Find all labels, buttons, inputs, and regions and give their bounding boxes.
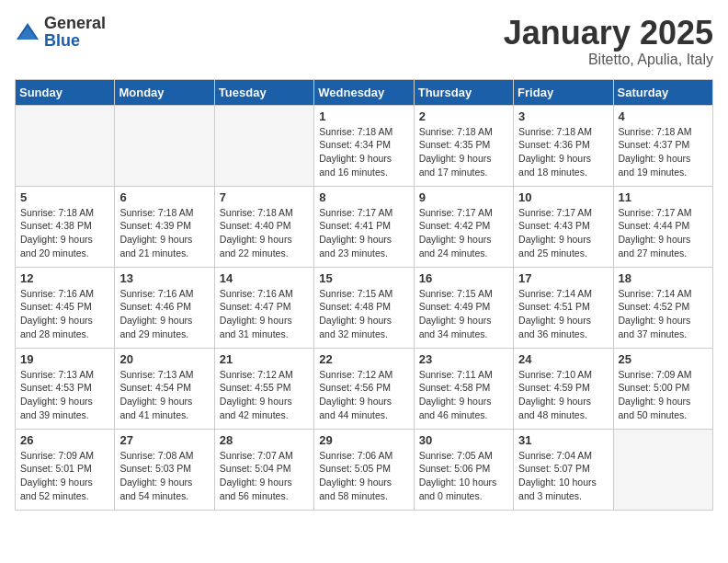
day-number: 2 — [419, 109, 508, 123]
calendar-cell: 23Sunrise: 7:11 AM Sunset: 4:58 PM Dayli… — [414, 348, 513, 429]
day-number: 23 — [419, 352, 508, 366]
day-number: 18 — [619, 271, 708, 285]
day-number: 19 — [20, 352, 109, 366]
day-number: 4 — [619, 109, 708, 123]
day-number: 24 — [518, 352, 608, 366]
calendar-cell: 27Sunrise: 7:08 AM Sunset: 5:03 PM Dayli… — [115, 429, 214, 510]
day-number: 16 — [419, 271, 508, 285]
day-number: 10 — [518, 190, 608, 204]
calendar-cell: 5Sunrise: 7:18 AM Sunset: 4:38 PM Daylig… — [16, 186, 115, 267]
day-number: 14 — [220, 271, 309, 285]
day-info: Sunrise: 7:18 AM Sunset: 4:39 PM Dayligh… — [119, 206, 209, 260]
calendar-cell: 3Sunrise: 7:18 AM Sunset: 4:36 PM Daylig… — [514, 105, 613, 186]
day-number: 17 — [518, 271, 608, 285]
day-number: 6 — [119, 190, 209, 204]
day-info: Sunrise: 7:09 AM Sunset: 5:01 PM Dayligh… — [20, 449, 109, 503]
calendar-cell: 2Sunrise: 7:18 AM Sunset: 4:35 PM Daylig… — [414, 105, 513, 186]
location-title: Bitetto, Apulia, Italy — [504, 52, 713, 68]
day-number: 22 — [319, 352, 408, 366]
title-area: January 2025 Bitetto, Apulia, Italy — [504, 15, 713, 68]
day-info: Sunrise: 7:18 AM Sunset: 4:35 PM Dayligh… — [419, 125, 508, 179]
calendar-cell: 13Sunrise: 7:16 AM Sunset: 4:46 PM Dayli… — [115, 267, 214, 348]
month-title: January 2025 — [504, 15, 713, 52]
day-info: Sunrise: 7:14 AM Sunset: 4:52 PM Dayligh… — [619, 287, 708, 341]
day-number: 11 — [619, 190, 708, 204]
day-info: Sunrise: 7:17 AM Sunset: 4:42 PM Dayligh… — [419, 206, 508, 260]
calendar-cell: 31Sunrise: 7:04 AM Sunset: 5:07 PM Dayli… — [514, 429, 613, 510]
week-row-5: 26Sunrise: 7:09 AM Sunset: 5:01 PM Dayli… — [16, 429, 713, 510]
day-info: Sunrise: 7:13 AM Sunset: 4:54 PM Dayligh… — [119, 368, 209, 422]
day-info: Sunrise: 7:17 AM Sunset: 4:43 PM Dayligh… — [518, 206, 608, 260]
day-number: 31 — [518, 433, 608, 447]
day-number: 15 — [319, 271, 408, 285]
day-number: 29 — [319, 433, 408, 447]
weekday-header-friday: Friday — [514, 79, 613, 105]
day-info: Sunrise: 7:06 AM Sunset: 5:05 PM Dayligh… — [319, 449, 408, 503]
day-number: 12 — [20, 271, 109, 285]
calendar-cell: 17Sunrise: 7:14 AM Sunset: 4:51 PM Dayli… — [514, 267, 613, 348]
calendar-cell: 8Sunrise: 7:17 AM Sunset: 4:41 PM Daylig… — [314, 186, 414, 267]
calendar-cell: 9Sunrise: 7:17 AM Sunset: 4:42 PM Daylig… — [414, 186, 513, 267]
logo-text-blue: Blue — [44, 31, 80, 50]
calendar-cell: 30Sunrise: 7:05 AM Sunset: 5:06 PM Dayli… — [414, 429, 513, 510]
calendar-cell: 18Sunrise: 7:14 AM Sunset: 4:52 PM Dayli… — [613, 267, 712, 348]
calendar-cell: 7Sunrise: 7:18 AM Sunset: 4:40 PM Daylig… — [214, 186, 313, 267]
day-number: 30 — [419, 433, 508, 447]
calendar-cell: 25Sunrise: 7:09 AM Sunset: 5:00 PM Dayli… — [613, 348, 712, 429]
day-info: Sunrise: 7:18 AM Sunset: 4:36 PM Dayligh… — [518, 125, 608, 179]
calendar-cell — [115, 105, 214, 186]
day-number: 21 — [220, 352, 309, 366]
calendar-table: SundayMondayTuesdayWednesdayThursdayFrid… — [15, 79, 713, 511]
logo-icon — [15, 19, 40, 45]
day-number: 5 — [20, 190, 109, 204]
day-info: Sunrise: 7:13 AM Sunset: 4:53 PM Dayligh… — [20, 368, 109, 422]
calendar-cell: 12Sunrise: 7:16 AM Sunset: 4:45 PM Dayli… — [16, 267, 115, 348]
week-row-2: 5Sunrise: 7:18 AM Sunset: 4:38 PM Daylig… — [16, 186, 713, 267]
day-info: Sunrise: 7:15 AM Sunset: 4:48 PM Dayligh… — [319, 287, 408, 341]
day-info: Sunrise: 7:15 AM Sunset: 4:49 PM Dayligh… — [419, 287, 508, 341]
week-row-4: 19Sunrise: 7:13 AM Sunset: 4:53 PM Dayli… — [16, 348, 713, 429]
calendar-cell: 4Sunrise: 7:18 AM Sunset: 4:37 PM Daylig… — [613, 105, 712, 186]
calendar-cell: 1Sunrise: 7:18 AM Sunset: 4:34 PM Daylig… — [314, 105, 414, 186]
weekday-header-sunday: Sunday — [16, 79, 115, 105]
day-info: Sunrise: 7:17 AM Sunset: 4:44 PM Dayligh… — [619, 206, 708, 260]
calendar-cell: 14Sunrise: 7:16 AM Sunset: 4:47 PM Dayli… — [214, 267, 313, 348]
day-info: Sunrise: 7:16 AM Sunset: 4:45 PM Dayligh… — [20, 287, 109, 341]
calendar-cell: 10Sunrise: 7:17 AM Sunset: 4:43 PM Dayli… — [514, 186, 613, 267]
day-info: Sunrise: 7:05 AM Sunset: 5:06 PM Dayligh… — [419, 449, 508, 503]
logo: General Blue — [15, 15, 106, 50]
logo-text-general: General — [44, 14, 106, 32]
day-number: 13 — [119, 271, 209, 285]
day-info: Sunrise: 7:16 AM Sunset: 4:46 PM Dayligh… — [119, 287, 209, 341]
day-number: 26 — [20, 433, 109, 447]
calendar-cell — [16, 105, 115, 186]
day-number: 7 — [220, 190, 309, 204]
day-info: Sunrise: 7:18 AM Sunset: 4:38 PM Dayligh… — [20, 206, 109, 260]
day-info: Sunrise: 7:18 AM Sunset: 4:37 PM Dayligh… — [619, 125, 708, 179]
day-info: Sunrise: 7:07 AM Sunset: 5:04 PM Dayligh… — [220, 449, 309, 503]
weekday-header-thursday: Thursday — [414, 79, 513, 105]
weekday-header-monday: Monday — [115, 79, 214, 105]
day-number: 25 — [619, 352, 708, 366]
calendar-cell — [214, 105, 313, 186]
day-info: Sunrise: 7:16 AM Sunset: 4:47 PM Dayligh… — [220, 287, 309, 341]
calendar-cell: 24Sunrise: 7:10 AM Sunset: 4:59 PM Dayli… — [514, 348, 613, 429]
calendar-cell: 22Sunrise: 7:12 AM Sunset: 4:56 PM Dayli… — [314, 348, 414, 429]
day-info: Sunrise: 7:11 AM Sunset: 4:58 PM Dayligh… — [419, 368, 508, 422]
calendar-cell: 19Sunrise: 7:13 AM Sunset: 4:53 PM Dayli… — [16, 348, 115, 429]
calendar-cell: 28Sunrise: 7:07 AM Sunset: 5:04 PM Dayli… — [214, 429, 313, 510]
day-info: Sunrise: 7:12 AM Sunset: 4:56 PM Dayligh… — [319, 368, 408, 422]
day-number: 9 — [419, 190, 508, 204]
day-info: Sunrise: 7:14 AM Sunset: 4:51 PM Dayligh… — [518, 287, 608, 341]
calendar-cell: 11Sunrise: 7:17 AM Sunset: 4:44 PM Dayli… — [613, 186, 712, 267]
calendar-cell: 16Sunrise: 7:15 AM Sunset: 4:49 PM Dayli… — [414, 267, 513, 348]
day-info: Sunrise: 7:18 AM Sunset: 4:34 PM Dayligh… — [319, 125, 408, 179]
day-info: Sunrise: 7:08 AM Sunset: 5:03 PM Dayligh… — [119, 449, 209, 503]
week-row-3: 12Sunrise: 7:16 AM Sunset: 4:45 PM Dayli… — [16, 267, 713, 348]
calendar-cell: 21Sunrise: 7:12 AM Sunset: 4:55 PM Dayli… — [214, 348, 313, 429]
weekday-header-tuesday: Tuesday — [214, 79, 313, 105]
calendar-cell: 15Sunrise: 7:15 AM Sunset: 4:48 PM Dayli… — [314, 267, 414, 348]
calendar-cell — [613, 429, 712, 510]
day-info: Sunrise: 7:18 AM Sunset: 4:40 PM Dayligh… — [220, 206, 309, 260]
day-number: 1 — [319, 109, 408, 123]
